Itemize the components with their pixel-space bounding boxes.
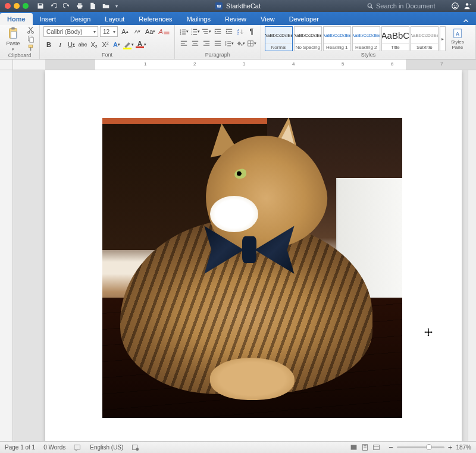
font-color-button[interactable]: A▾ (135, 39, 147, 50)
decrease-indent-button[interactable] (212, 26, 223, 37)
svg-rect-32 (203, 31, 208, 32)
format-painter-icon[interactable] (27, 44, 35, 52)
svg-text:W: W (217, 4, 221, 9)
new-doc-icon[interactable] (89, 2, 96, 10)
print-icon[interactable] (76, 2, 83, 10)
group-label-styles: Styles (265, 51, 472, 58)
svg-rect-10 (11, 27, 15, 29)
show-marks-button[interactable]: ¶ (246, 26, 257, 37)
clear-formatting-button[interactable]: A (158, 26, 170, 37)
save-icon[interactable] (37, 2, 44, 10)
style-subtitle[interactable]: AaBbCcDdEeSubtitle (411, 26, 439, 51)
zoom-window-button[interactable] (23, 3, 29, 9)
cut-icon[interactable] (27, 26, 35, 34)
paste-button[interactable]: Paste ▾ (4, 27, 23, 52)
copy-icon[interactable] (27, 35, 35, 43)
scrollbar-vertical[interactable] (468, 70, 476, 441)
highlight-button[interactable]: ▾ (123, 39, 134, 50)
underline-button[interactable]: U▾ (66, 39, 77, 50)
tab-design[interactable]: Design (63, 13, 98, 25)
redo-icon[interactable] (63, 2, 70, 10)
tab-layout[interactable]: Layout (98, 13, 131, 25)
minimize-window-button[interactable] (14, 3, 20, 9)
svg-rect-49 (205, 43, 209, 43)
zoom-slider[interactable] (397, 446, 444, 448)
ribbon-tabs: Home Insert Design Layout References Mai… (0, 12, 476, 25)
page[interactable] (45, 70, 462, 441)
style-heading-2[interactable]: AaBbCcDdEeHeading 2 (352, 26, 380, 51)
close-window-button[interactable] (5, 3, 11, 9)
borders-button[interactable]: ▾ (246, 38, 257, 49)
undo-icon[interactable] (50, 2, 57, 10)
multilevel-list-button[interactable]: ▾ (201, 26, 212, 37)
share-icon[interactable]: + (463, 2, 471, 10)
tab-references[interactable]: References (131, 13, 179, 25)
sort-button[interactable]: AZ (235, 26, 246, 37)
collapse-ribbon-icon[interactable] (462, 17, 470, 25)
web-layout-icon[interactable] (372, 443, 380, 451)
qat-overflow-icon[interactable]: ▾ (115, 4, 118, 9)
open-icon[interactable] (102, 2, 109, 10)
shading-button[interactable]: ▾ (235, 38, 246, 49)
tab-review[interactable]: Review (218, 13, 253, 25)
tab-mailings[interactable]: Mailings (180, 13, 218, 25)
font-name-value: Calibri (Body) (46, 29, 83, 35)
style-heading-1[interactable]: AaBbCcDdEeHeading 1 (323, 26, 351, 51)
align-right-button[interactable] (201, 38, 212, 49)
justify-button[interactable] (212, 38, 223, 49)
bullets-button[interactable]: ▾ (178, 26, 189, 37)
macro-record-icon[interactable] (131, 443, 139, 451)
tab-developer[interactable]: Developer (282, 13, 326, 25)
styles-pane-button[interactable]: A Styles Pane (448, 28, 467, 50)
font-size-select[interactable]: 12 (100, 26, 118, 37)
align-left-button[interactable] (178, 38, 189, 49)
print-layout-icon[interactable] (361, 443, 369, 451)
tab-insert[interactable]: Insert (33, 13, 64, 25)
tab-home[interactable]: Home (0, 13, 33, 25)
svg-point-13 (32, 32, 33, 33)
shrink-font-button[interactable]: A▾ (132, 26, 143, 37)
superscript-button[interactable]: X2 (100, 39, 111, 50)
svg-text:Z: Z (237, 32, 239, 35)
svg-rect-56 (227, 45, 231, 46)
document-canvas[interactable] (13, 70, 476, 441)
search-input[interactable] (376, 2, 447, 10)
text-effects-button[interactable]: A▾ (111, 39, 122, 50)
grow-font-button[interactable]: A▴ (120, 26, 130, 37)
zoom-out-button[interactable]: − (389, 443, 393, 452)
ruler-vertical[interactable] (0, 70, 13, 441)
status-words[interactable]: 0 Words (43, 444, 65, 451)
font-name-select[interactable]: Calibri (Body) (43, 26, 98, 37)
zoom-in-button[interactable]: + (448, 443, 453, 452)
subscript-button[interactable]: X2 (89, 39, 99, 50)
outdent-icon (214, 28, 221, 35)
status-language[interactable]: English (US) (90, 444, 123, 451)
change-case-button[interactable]: Aa▾ (145, 26, 156, 37)
spellcheck-icon[interactable] (74, 443, 82, 451)
style-title[interactable]: AaBbCTitle (381, 26, 409, 51)
strikethrough-button[interactable]: abc (77, 39, 88, 50)
italic-button[interactable]: I (55, 39, 65, 50)
increase-indent-button[interactable] (224, 26, 234, 37)
feedback-icon[interactable] (451, 2, 459, 10)
svg-point-6 (456, 5, 456, 5)
ruler-horizontal[interactable]: 1 2 3 4 5 6 7 (0, 60, 476, 70)
tab-view[interactable]: View (253, 13, 282, 25)
styles-gallery-next[interactable]: ▸ (440, 26, 446, 51)
style-normal[interactable]: AaBbCcDdEeNormal (265, 26, 293, 51)
inserted-image[interactable] (102, 118, 402, 418)
ruler-num: 6 (391, 61, 393, 67)
line-spacing-button[interactable]: ▾ (224, 38, 234, 49)
bold-button[interactable]: B (43, 39, 54, 50)
align-center-button[interactable] (190, 38, 201, 49)
svg-rect-17 (30, 48, 31, 51)
style-no-spacing[interactable]: AaBbCcDdEeNo Spacing (294, 26, 322, 51)
bullets-icon (179, 28, 186, 35)
zoom-slider-thumb[interactable] (426, 444, 432, 450)
numbering-button[interactable]: 123▾ (190, 26, 201, 37)
search-in-doc[interactable] (367, 2, 447, 10)
zoom-level[interactable]: 187% (456, 444, 471, 451)
ruler-num: 3 (243, 61, 245, 67)
focus-mode-icon[interactable] (350, 443, 358, 451)
status-page[interactable]: Page 1 of 1 (5, 444, 35, 451)
